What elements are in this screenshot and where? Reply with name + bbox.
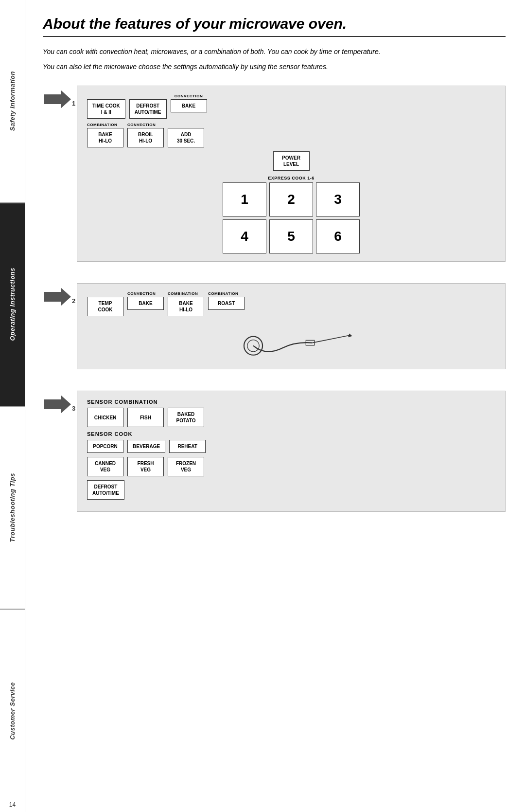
sidebar-item-troubleshooting[interactable]: Troubleshooting Tips <box>0 407 25 610</box>
bake2-label-above: CONVECTION <box>127 291 164 296</box>
temp-cook-label-above <box>87 291 123 296</box>
popcorn-button[interactable]: POPCORN <box>87 440 123 453</box>
frozen-veg-button[interactable]: FROZENVEG <box>168 457 204 476</box>
svg-point-3 <box>247 340 259 352</box>
bake2-col: CONVECTION BAKE <box>127 291 164 310</box>
arrow3-icon <box>44 395 71 414</box>
add-30sec-button[interactable]: ADD30 SEC. <box>168 128 204 147</box>
page-title: About the features of your microwave ove… <box>43 16 506 37</box>
sensor-cook-row1: POPCORN BEVERAGE REHEAT <box>87 440 495 453</box>
numpad-1[interactable]: 1 <box>223 182 266 217</box>
time-cook-button[interactable]: TIME COOKI & II <box>87 99 125 119</box>
panel2-section: 2 TEMPCOOK CONVECTION BAKE COMBINATION B… <box>43 283 506 380</box>
sensor-combination-title: SENSOR COMBINATION <box>87 399 495 405</box>
arrow3-container: 3 <box>43 391 77 414</box>
panel1: TIME COOKI & II DEFROSTAUTO/TIME CONVECT… <box>77 86 506 262</box>
sensor-cook-title: SENSOR COOK <box>87 431 495 437</box>
arrow2-number: 2 <box>72 297 75 305</box>
panel1-section: 1 TIME COOKI & II DEFROSTAUTO/TIME CONVE… <box>43 86 506 272</box>
time-cook-col: TIME COOKI & II <box>87 94 125 119</box>
main-content: About the features of your microwave ove… <box>25 0 525 812</box>
sidebar-label-troubleshooting: Troubleshooting Tips <box>9 473 16 542</box>
svg-marker-1 <box>44 288 71 306</box>
bake-hilo-button[interactable]: BAKEHI-LO <box>87 128 123 147</box>
defrost-auto-col: DEFROSTAUTO/TIME <box>129 94 167 119</box>
bake2-button[interactable]: BAKE <box>127 297 164 310</box>
sensor-combination-row: CHICKEN FISH BAKEDPOTATO <box>87 408 495 427</box>
numpad-6[interactable]: 6 <box>316 219 360 253</box>
fish-button[interactable]: FISH <box>127 408 164 427</box>
arrow1-icon <box>44 90 71 109</box>
roast-button[interactable]: ROAST <box>208 297 245 310</box>
panel1-row3: POWERLEVEL <box>87 151 495 171</box>
sidebar-item-customer[interactable]: Customer Service 14 <box>0 610 25 812</box>
defrost-label-above <box>129 94 167 98</box>
defrost-auto2-button[interactable]: DEFROSTAUTO/TIME <box>87 480 124 500</box>
roast-label-above: COMBINATION <box>208 291 245 296</box>
bake-hilo2-button[interactable]: BAKEHI-LO <box>168 297 204 316</box>
intro-text-1: You can cook with convection heat, micro… <box>43 47 506 57</box>
baked-potato-button[interactable]: BAKEDPOTATO <box>168 408 204 427</box>
sidebar-item-operating[interactable]: Operating Instructions <box>0 203 25 407</box>
time-cook-label-above <box>87 94 125 98</box>
roast-col: COMBINATION ROAST <box>208 291 245 310</box>
sidebar-label-customer: Customer Service <box>9 682 16 740</box>
probe-svg <box>228 322 354 361</box>
arrow2-icon <box>44 287 71 307</box>
chicken-button[interactable]: CHICKEN <box>87 408 123 427</box>
power-level-button[interactable]: POWERLEVEL <box>273 151 310 171</box>
bake-hilo-label-above: COMBINATION <box>87 123 123 127</box>
sidebar: Safety Information Operating Instruction… <box>0 0 25 812</box>
canned-veg-button[interactable]: CANNEDVEG <box>87 457 123 476</box>
express-cook-label: EXPRESS COOK 1-6 <box>87 176 495 180</box>
sensor-cook-row2: CANNEDVEG FRESHVEG FROZENVEG <box>87 457 495 476</box>
bake-label-above: CONVECTION <box>171 94 207 98</box>
svg-point-2 <box>244 337 262 355</box>
intro-text-2: You can also let the microwave choose th… <box>43 62 506 72</box>
svg-marker-7 <box>44 396 71 413</box>
broil-hilo-button[interactable]: BROILHI-LO <box>127 128 164 147</box>
bake-hilo2-label-above: COMBINATION <box>168 291 204 296</box>
panel1-row1: TIME COOKI & II DEFROSTAUTO/TIME CONVECT… <box>87 94 495 119</box>
temp-cook-button[interactable]: TEMPCOOK <box>87 297 123 316</box>
sidebar-item-safety[interactable]: Safety Information <box>0 0 25 203</box>
defrost-auto-button[interactable]: DEFROSTAUTO/TIME <box>129 99 167 119</box>
arrow1-number: 1 <box>72 100 75 107</box>
bake-button[interactable]: BAKE <box>171 99 207 112</box>
arrow2-container: 2 <box>43 283 77 307</box>
panel3: SENSOR COMBINATION CHICKEN FISH BAKEDPOT… <box>77 391 506 512</box>
sensor-cook-row3: DEFROSTAUTO/TIME <box>87 480 495 500</box>
panel1-row2: COMBINATION BAKEHI-LO CONVECTION BROILHI… <box>87 123 495 147</box>
fresh-veg-button[interactable]: FRESHVEG <box>127 457 164 476</box>
bake-hilo2-col: COMBINATION BAKEHI-LO <box>168 291 204 316</box>
svg-line-4 <box>312 335 350 343</box>
panel2: TEMPCOOK CONVECTION BAKE COMBINATION BAK… <box>77 283 506 369</box>
numpad-4[interactable]: 4 <box>223 219 266 253</box>
numpad-5[interactable]: 5 <box>269 219 313 253</box>
sidebar-label-operating: Operating Instructions <box>9 268 16 341</box>
broil-hilo-col: CONVECTION BROILHI-LO <box>127 123 164 147</box>
probe-illustration <box>87 322 495 361</box>
beverage-button[interactable]: BEVERAGE <box>127 440 165 453</box>
numpad-grid: 1 2 3 4 5 6 <box>87 182 495 253</box>
panel3-section: 3 SENSOR COMBINATION CHICKEN FISH BAKEDP… <box>43 391 506 523</box>
add-30sec-col: ADD30 SEC. <box>168 123 204 147</box>
add-30sec-label-above <box>168 123 204 127</box>
bake-hilo-col: COMBINATION BAKEHI-LO <box>87 123 123 147</box>
reheat-button[interactable]: REHEAT <box>169 440 206 453</box>
temp-cook-col: TEMPCOOK <box>87 291 123 316</box>
arrow3-number: 3 <box>72 405 75 412</box>
numpad-2[interactable]: 2 <box>269 182 313 217</box>
bake-col: CONVECTION BAKE <box>171 94 207 112</box>
panel2-buttons-row: TEMPCOOK CONVECTION BAKE COMBINATION BAK… <box>87 291 495 316</box>
numpad-3[interactable]: 3 <box>316 182 360 217</box>
svg-marker-0 <box>44 90 71 108</box>
arrow1-container: 1 <box>43 86 77 109</box>
page-number: 14 <box>9 801 16 808</box>
sidebar-label-safety: Safety Information <box>9 71 16 131</box>
broil-hilo-label-above: CONVECTION <box>127 123 164 127</box>
svg-marker-5 <box>348 334 352 338</box>
